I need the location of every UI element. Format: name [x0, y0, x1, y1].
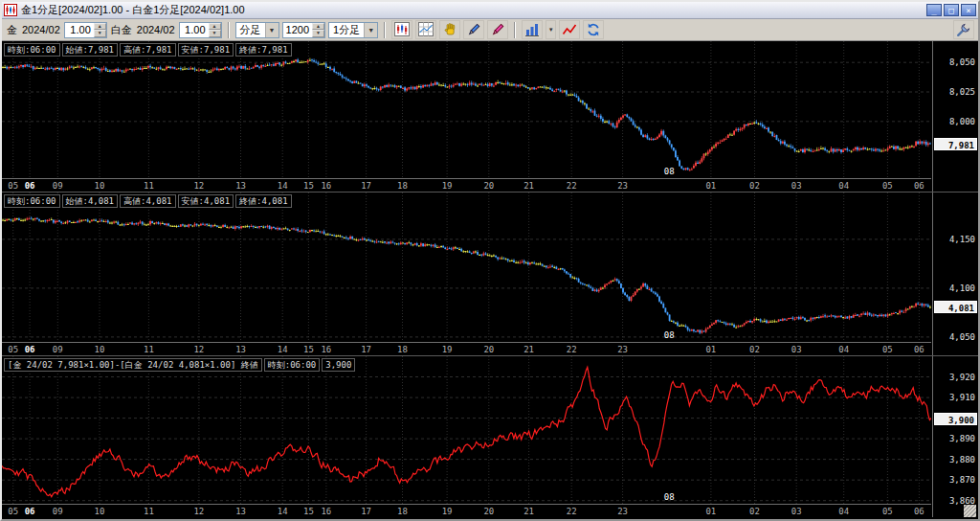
bar-count-arrows: ▲ ▼ — [312, 23, 324, 37]
pan-hand-icon — [442, 22, 457, 37]
toolbar: 金 2024/02 1.00 ▲ ▼ 白金 2024/02 1.00 ▲ ▼ 分… — [2, 19, 978, 41]
info-segment: 3,900 — [322, 358, 355, 372]
time-label: 05 — [8, 507, 18, 516]
time-label: 05 — [8, 345, 18, 354]
time-label: 01 — [705, 507, 716, 516]
bar-indicator-dropdown[interactable]: ▼ — [546, 20, 556, 39]
chevron-down-icon[interactable]: ▼ — [364, 23, 377, 37]
pencil-button[interactable] — [463, 20, 484, 39]
time-label: 22 — [567, 507, 577, 516]
marker-icon — [490, 22, 505, 37]
time-label: 06 — [25, 345, 35, 354]
info-segment: 時刻:06:00 — [4, 43, 60, 57]
gold-symbol-label: 金 — [6, 23, 18, 37]
resize-grip[interactable] — [964, 505, 976, 517]
time-label: 19 — [442, 181, 453, 191]
time-label: 09 — [53, 507, 63, 516]
pencil-icon — [466, 22, 481, 37]
time-axis[interactable]: 0506091011121314151617181920212223010203… — [2, 504, 931, 517]
gold-multiplier-down-button[interactable]: ▼ — [94, 30, 106, 37]
time-label: 15 — [303, 507, 314, 516]
price-axis[interactable]: 3,9203,9103,9003,8903,8803,8703,8603,900 — [932, 356, 978, 517]
time-label: 10 — [95, 345, 105, 354]
time-label: 06 — [914, 507, 924, 516]
time-label: 03 — [791, 181, 802, 191]
time-label: 17 — [361, 345, 371, 354]
time-label: 22 — [567, 181, 577, 191]
period-type-dropdown[interactable]: 分足 ▼ — [235, 22, 279, 38]
current-price-badge: 3,900 — [934, 413, 977, 425]
chart-area: 0506091011121314151617181920212223010203… — [2, 41, 978, 519]
bar-indicator-icon — [524, 22, 540, 37]
time-label: 10 — [95, 507, 105, 516]
time-label: 09 — [53, 345, 63, 354]
price-tick: 3,890 — [949, 434, 975, 443]
time-axis[interactable]: 0506091011121314151617181920212223010203… — [2, 178, 931, 192]
time-label: 21 — [523, 507, 534, 516]
price-tick: 4,050 — [949, 332, 975, 342]
platinum-multiplier-down-button[interactable]: ▼ — [209, 30, 221, 37]
platinum-multiplier-up-button[interactable]: ▲ — [209, 23, 221, 31]
bar-indicator-button[interactable] — [522, 20, 543, 39]
platinum-multiplier-spinner[interactable]: 1.00 ▲ ▼ — [179, 22, 222, 38]
bar-count-down-button[interactable]: ▼ — [312, 30, 324, 37]
time-label: 18 — [397, 507, 408, 516]
time-axis[interactable]: 0506091011121314151617181920212223010203… — [2, 342, 931, 355]
time-label: 15 — [303, 181, 314, 191]
time-label: 05 — [882, 181, 893, 191]
time-label: 06 — [25, 507, 35, 516]
time-label: 13 — [235, 507, 246, 516]
spread-plot[interactable] — [2, 356, 931, 505]
time-label: 13 — [235, 345, 246, 354]
platinum-multiplier-arrows: ▲ ▼ — [209, 23, 221, 37]
time-label: 02 — [749, 181, 760, 191]
time-label: 01 — [705, 345, 716, 354]
pan-hand-button[interactable] — [439, 20, 460, 39]
chart-info-bar: 時刻:06:00始値:4,081高値:4,081安値:4,081終値:4,081 — [4, 194, 292, 208]
bar-count-spinner[interactable]: 1200 ▲ ▼ — [282, 22, 325, 38]
close-button[interactable]: × — [961, 4, 976, 16]
date-label: 08 — [664, 167, 675, 176]
marker-button[interactable] — [487, 20, 508, 39]
toolbar-separator — [228, 22, 230, 38]
bar-count-up-button[interactable]: ▲ — [312, 23, 324, 31]
date-label: 08 — [664, 492, 675, 502]
price-tick: 8,000 — [949, 117, 975, 126]
time-label: 12 — [193, 345, 204, 354]
toolbar-separator — [384, 22, 386, 38]
time-label: 11 — [144, 507, 154, 516]
gold-plot[interactable] — [2, 41, 931, 178]
gold-multiplier-spinner[interactable]: 1.00 ▲ ▼ — [64, 22, 107, 38]
time-label: 02 — [749, 507, 760, 516]
chevron-down-icon[interactable]: ▼ — [265, 23, 278, 37]
grid-chart-button[interactable] — [415, 20, 436, 39]
time-label: 06 — [25, 181, 35, 191]
time-label: 23 — [617, 507, 628, 516]
settings-button[interactable] — [953, 20, 974, 39]
minimize-button[interactable]: _ — [926, 4, 942, 16]
time-label: 19 — [442, 507, 453, 516]
candle-chart-button[interactable] — [391, 20, 412, 39]
refresh-button[interactable] — [583, 20, 604, 39]
toolbar-separator — [514, 22, 516, 38]
time-label: 04 — [838, 507, 849, 516]
info-segment: 終値:7,981 — [235, 43, 292, 57]
price-tick: 3,920 — [949, 373, 975, 382]
current-price-badge: 4,081 — [934, 301, 977, 313]
time-label: 14 — [278, 507, 288, 516]
time-label: 03 — [791, 507, 802, 516]
time-label: 04 — [838, 345, 849, 354]
price-axis[interactable]: 4,1504,1004,0504,081 — [932, 193, 978, 355]
platinum-plot[interactable] — [2, 193, 931, 343]
line-indicator-button[interactable] — [559, 20, 580, 39]
price-tick: 8,025 — [949, 87, 975, 97]
time-label: 05 — [8, 181, 18, 191]
price-axis[interactable]: 8,0508,0258,0007,981 — [932, 41, 978, 192]
gold-multiplier-up-button[interactable]: ▲ — [94, 23, 106, 31]
maximize-button[interactable]: □ — [944, 4, 959, 16]
time-label: 06 — [914, 181, 924, 191]
time-label: 12 — [193, 181, 204, 191]
timeframe-value: 1分足 — [329, 23, 364, 37]
info-segment: 始値:7,981 — [62, 43, 119, 57]
timeframe-dropdown[interactable]: 1分足 ▼ — [328, 22, 378, 38]
